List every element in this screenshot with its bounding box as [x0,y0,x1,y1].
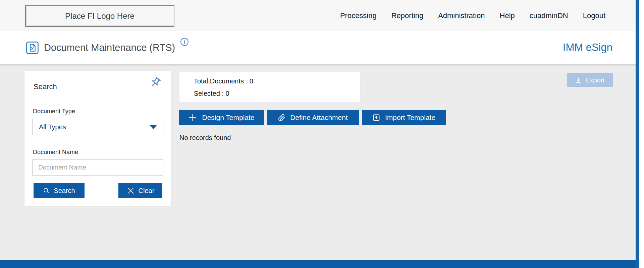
search-panel: Search Document Type All Types Document … [24,71,171,206]
clear-button-label: Clear [139,187,155,195]
search-panel-title: Search [34,82,57,91]
scrollbar-thumb[interactable] [636,0,639,268]
scrollbar-track[interactable] [639,0,644,268]
upload-box-icon [372,114,380,122]
nav-item-reporting[interactable]: Reporting [391,11,423,20]
import-template-button[interactable]: Import Template [362,110,446,125]
close-icon [126,187,135,195]
export-button[interactable]: Export [567,73,613,87]
plus-icon [188,113,197,122]
brand-imm-esign: IMM eSign [563,42,612,54]
main-nav: Processing Reporting Administration Help… [340,0,605,31]
define-attachment-button[interactable]: Define Attachment [267,110,359,125]
sub-header: Document Maintenance (RTS) i IMM eSign [0,31,644,64]
total-documents-line: Total Documents : 0 [194,75,360,87]
download-icon [575,77,582,84]
define-attachment-label: Define Attachment [290,114,348,122]
export-button-label: Export [585,76,605,84]
page: Place FI Logo Here Processing Reporting … [0,0,644,268]
documents-summary: Total Documents : 0 Selected : 0 [179,72,360,102]
fi-logo-text: Place FI Logo Here [65,11,135,21]
nav-item-processing[interactable]: Processing [340,11,377,20]
selected-documents-line: Selected : 0 [194,87,360,100]
document-type-select[interactable]: All Types [33,119,163,135]
import-template-label: Import Template [385,114,435,122]
template-actions: Design Template Define Attachment Import… [179,110,446,125]
design-template-label: Design Template [202,114,254,122]
document-type-selected-value: All Types [39,123,66,131]
footer-bar [0,260,644,268]
document-type-label: Document Type [33,108,75,115]
document-maintenance-icon [26,42,39,54]
fi-logo-placeholder: Place FI Logo Here [25,5,174,27]
paperclip-icon [278,114,285,121]
page-title: Document Maintenance (RTS) [44,42,175,53]
search-button-label: Search [54,187,75,195]
nav-item-administration[interactable]: Administration [438,11,485,20]
no-records-message: No records found [179,134,231,142]
clear-button[interactable]: Clear [118,183,162,198]
total-documents-value: 0 [250,77,253,85]
total-documents-label: Total Documents : [194,77,248,85]
nav-item-logout[interactable]: Logout [583,11,605,20]
pin-icon[interactable] [149,76,161,88]
chevron-down-icon [150,125,157,129]
selected-value: 0 [226,90,229,97]
selected-label: Selected : [194,90,224,97]
top-bar: Place FI Logo Here Processing Reporting … [0,0,644,31]
nav-item-user-cuadmindn[interactable]: cuadminDN [530,11,568,20]
design-template-button[interactable]: Design Template [179,110,264,125]
info-icon[interactable]: i [180,38,189,46]
document-name-input[interactable] [33,159,163,176]
search-button[interactable]: Search [34,183,85,198]
nav-item-help[interactable]: Help [500,11,515,20]
search-icon [43,187,50,194]
document-name-label: Document Name [33,149,78,156]
